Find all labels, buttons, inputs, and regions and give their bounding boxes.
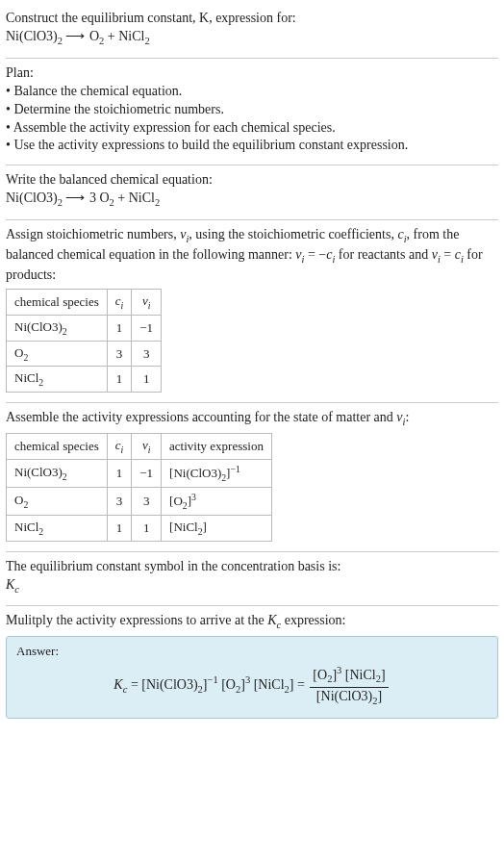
plan-title: Plan:: [6, 64, 498, 83]
col-species: chemical species: [7, 290, 108, 316]
unbalanced-equation: Ni(ClO3)2 ⟶ O2 + NiCl2: [6, 28, 498, 48]
kc-left: Kc = [Ni(ClO3)2]−1 [O2]3 [NiCl2] =: [113, 677, 308, 692]
balanced-intro: Write the balanced chemical equation:: [6, 171, 498, 190]
cell-ci: 1: [107, 367, 132, 393]
table-header-row: chemical species ci νi: [7, 290, 162, 316]
plan-section: Plan: • Balance the chemical equation. •…: [6, 59, 498, 165]
cell-species: NiCl2: [7, 367, 108, 393]
activity-intro: Assemble the activity expressions accoun…: [6, 409, 498, 429]
prompt-line: Construct the equilibrium constant, K, e…: [6, 10, 498, 28]
cell-vi: −1: [132, 315, 162, 341]
answer-label: Answer:: [16, 643, 488, 660]
activity-section: Assemble the activity expressions accoun…: [6, 403, 498, 552]
cell-ci: 1: [107, 459, 132, 487]
stoich-section: Assign stoichiometric numbers, νi, using…: [6, 220, 498, 403]
table-row: Ni(ClO3)2 1 −1 [Ni(ClO3)2]−1: [7, 459, 272, 487]
balanced-equation: Ni(ClO3)2 ⟶ 3 O2 + NiCl2: [6, 190, 498, 210]
col-activity: activity expression: [162, 433, 272, 459]
table-header-row: chemical species ci νi activity expressi…: [7, 433, 272, 459]
col-ci: ci: [107, 433, 132, 459]
final-section: Mulitply the activity expressions to arr…: [6, 606, 498, 727]
cell-ci: 3: [107, 487, 132, 515]
cell-species: O2: [7, 341, 108, 367]
cell-vi: 3: [132, 341, 162, 367]
table-row: Ni(ClO3)2 1 −1: [7, 315, 162, 341]
fraction-denominator: [Ni(ClO3)2]: [310, 688, 388, 708]
cell-species: O2: [7, 487, 108, 515]
cell-activity: [O2]3: [162, 487, 272, 515]
cell-species: Ni(ClO3)2: [7, 459, 108, 487]
col-vi: νi: [132, 290, 162, 316]
col-ci: ci: [107, 290, 132, 316]
table-row: O2 3 3 [O2]3: [7, 487, 272, 515]
kc-expression: Kc = [Ni(ClO3)2]−1 [O2]3 [NiCl2] = [O2]3…: [16, 664, 488, 708]
table-row: NiCl2 1 1 [NiCl2]: [7, 515, 272, 541]
problem-header: Construct the equilibrium constant, K, e…: [6, 4, 498, 59]
cell-species: NiCl2: [7, 515, 108, 541]
plan-item: • Balance the chemical equation.: [6, 83, 498, 101]
col-vi: νi: [132, 433, 162, 459]
plan-item: • Determine the stoichiometric numbers.: [6, 101, 498, 119]
cell-vi: 3: [132, 487, 162, 515]
cell-species: Ni(ClO3)2: [7, 315, 108, 341]
answer-box: Answer: Kc = [Ni(ClO3)2]−1 [O2]3 [NiCl2]…: [6, 636, 498, 718]
fraction-numerator: [O2]3 [NiCl2]: [310, 664, 388, 688]
plan-item: • Assemble the activity expression for e…: [6, 119, 498, 138]
col-species: chemical species: [7, 433, 108, 459]
activity-table: chemical species ci νi activity expressi…: [6, 433, 272, 542]
kc-symbol-section: The equilibrium constant symbol in the c…: [6, 552, 498, 607]
cell-vi: 1: [132, 367, 162, 393]
cell-activity: [Ni(ClO3)2]−1: [162, 459, 272, 487]
cell-vi: −1: [132, 459, 162, 487]
cell-ci: 3: [107, 341, 132, 367]
cell-vi: 1: [132, 515, 162, 541]
final-intro: Mulitply the activity expressions to arr…: [6, 612, 498, 632]
cell-activity: [NiCl2]: [162, 515, 272, 541]
plan-item: • Use the activity expressions to build …: [6, 137, 498, 155]
cell-ci: 1: [107, 515, 132, 541]
stoich-intro: Assign stoichiometric numbers, νi, using…: [6, 226, 498, 285]
table-row: NiCl2 1 1: [7, 367, 162, 393]
cell-ci: 1: [107, 315, 132, 341]
kc-fraction: [O2]3 [NiCl2][Ni(ClO3)2]: [310, 664, 388, 708]
balanced-section: Write the balanced chemical equation: Ni…: [6, 165, 498, 220]
kc-symbol-intro: The equilibrium constant symbol in the c…: [6, 558, 498, 576]
table-row: O2 3 3: [7, 341, 162, 367]
kc-symbol: Kc: [6, 576, 498, 596]
stoich-table: chemical species ci νi Ni(ClO3)2 1 −1 O2…: [6, 289, 162, 393]
